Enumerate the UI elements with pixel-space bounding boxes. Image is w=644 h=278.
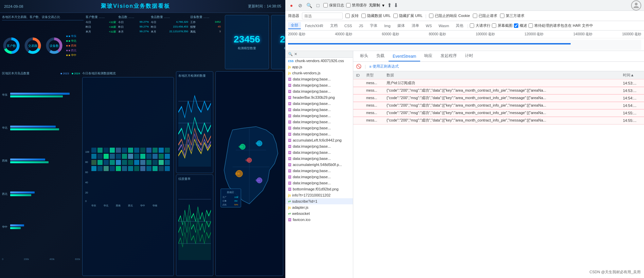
svg-rect-28 — [153, 148, 158, 153]
dashboard-content: 各地区本月交易额、客户数、设备交易占比 客户数 — [0, 13, 285, 278]
event-row[interactable]: mess... {"code":"200","msg":"成功","data":… — [353, 102, 644, 109]
svg-rect-30 — [165, 148, 170, 153]
svg-rect-33 — [104, 154, 109, 159]
third-party-checkbox[interactable] — [500, 14, 504, 18]
file-item[interactable]: csschunk-vendors.40071926.css — [285, 58, 353, 64]
file-item[interactable]: 🖼accumulateright.548d5b0f.p... — [285, 162, 353, 168]
event-row[interactable]: mess... {"code":"200","msg":"成功","data":… — [353, 117, 644, 124]
file-item[interactable]: 🖼data:image/png;base... — [285, 174, 353, 180]
tab-manifest[interactable]: 清单 — [409, 22, 422, 29]
screenshot-checkbox[interactable] — [492, 23, 496, 28]
china-map: 华北 华东 西南 华南 华中 西南区 工厂10家 订单350 占比50% — [215, 71, 283, 276]
file-item[interactable]: 🖼data:image/png;base... — [285, 82, 353, 88]
file-item[interactable]: 🖼data:image/png;base... — [285, 143, 353, 149]
heatmap-svg: // This will be rendered via CSS below 1… — [85, 79, 172, 274]
devtools-filter-icon[interactable]: □ — [315, 2, 321, 9]
file-item[interactable]: 🖼data:image/png;base... — [285, 76, 353, 82]
quality-chart: 综质量率 — [176, 174, 213, 276]
file-item[interactable]: jsadapter.js — [285, 204, 353, 210]
har-checkbox[interactable] — [529, 23, 533, 28]
svg-text:交易额: 交易额 — [28, 44, 37, 48]
event-row[interactable]: mess... {"code":"200","msg":"成功","data":… — [353, 94, 644, 102]
hide-ext-url-checkbox[interactable] — [393, 14, 398, 18]
file-item[interactable]: jsinfo?t=1723100011202 — [285, 192, 353, 198]
donut-customer-svg: 客户数 — [2, 36, 21, 55]
tab-all[interactable]: 全部 — [288, 22, 301, 29]
event-time: 14:55:... — [620, 109, 644, 117]
event-row[interactable]: mess... {"code":"200","msg":"成功","data":… — [353, 87, 644, 94]
sub-tab-response[interactable]: 响应 — [420, 51, 436, 61]
svg-rect-63 — [128, 166, 133, 171]
file-item[interactable]: 🖼data:image/png;base... — [285, 88, 353, 94]
event-data: {"code":"200","msg":"成功","data":[{"key":… — [384, 94, 620, 102]
event-panel: 标头 负载 EventStream 响应 发起程序 计时 🚫 | ≡ 使用正则表… — [353, 51, 644, 278]
filter-input[interactable] — [302, 13, 343, 19]
devtools-clear-btn[interactable]: ⊘ — [297, 2, 304, 9]
svg-text:华北: 华北 — [255, 142, 260, 145]
tab-ws[interactable]: WS — [423, 23, 435, 29]
event-clear-btn[interactable]: 🚫 — [356, 64, 361, 69]
donut-trade: 交易额 — [23, 36, 42, 55]
event-row[interactable]: mess... {"code":"200","msg":"成功","data":… — [353, 109, 644, 117]
tab-img[interactable]: Img — [381, 23, 393, 29]
dashboard-panel: 2024-09-08 聚玻Vision业务数据看板 更新时间：14:38:05 … — [0, 0, 285, 278]
event-id — [353, 109, 363, 117]
svg-rect-32 — [97, 154, 103, 159]
timeline-bar-area[interactable] — [288, 40, 641, 50]
tab-wasm[interactable]: Wasm — [436, 23, 452, 29]
disable-cache-checkbox[interactable] — [346, 3, 351, 7]
file-item[interactable]: 🖼data:image/png;base... — [285, 119, 353, 125]
tab-font[interactable]: 字体 — [367, 22, 380, 29]
file-item[interactable]: 🖼data:image/png;base... — [285, 180, 353, 186]
upload-icon[interactable]: ⬆ — [387, 2, 392, 8]
svg-text:西北: 西北 — [128, 204, 133, 207]
tab-css[interactable]: CSS — [342, 23, 355, 29]
hide-data-url-checkbox[interactable] — [361, 14, 366, 18]
timeline-progress — [288, 43, 571, 44]
sub-tab-initiator[interactable]: 发起程序 — [436, 51, 461, 61]
devtools-record-btn[interactable]: ● — [288, 2, 295, 9]
devtools-panel: ● ⊘ 🔍 □ 保留日志 禁用缓存 无限制 ▼ ⬆ ⬇ — [285, 0, 644, 278]
file-item[interactable]: 🖼data:image/png;base... — [285, 100, 353, 107]
file-item[interactable]: jschunk-vendors.js — [285, 70, 353, 76]
file-item[interactable]: 🖼data:image/png;base... — [285, 149, 353, 155]
sub-tab-eventstream[interactable]: EventStream — [389, 52, 420, 61]
sub-tab-payload[interactable]: 负载 — [372, 51, 389, 61]
file-item[interactable]: 🖼accumulateLeft.fc6c8442.png — [285, 137, 353, 143]
file-item[interactable]: jsapp.js — [285, 64, 353, 70]
event-filter-btn[interactable]: ≡ 使用正则表达式 — [369, 64, 398, 69]
svg-rect-24 — [128, 148, 133, 153]
big-num-card-2: 23456 样本累计数量 — [271, 15, 285, 69]
blocked-cookie-checkbox[interactable] — [429, 14, 433, 18]
file-item[interactable]: 🖼favicon.ico — [285, 217, 353, 223]
sub-tab-timing[interactable]: 计时 — [461, 51, 477, 61]
tab-doc[interactable]: 文档 — [327, 22, 340, 29]
file-item[interactable]: 🖼data:image/png;base... — [285, 125, 353, 131]
file-item[interactable]: 🖼data:image/png;base... — [285, 113, 353, 119]
svg-text:华南: 华南 — [255, 179, 260, 182]
file-item[interactable]: 🖼headerBar.9c330b29.png — [285, 94, 353, 100]
file-item[interactable]: 🖼bottomImage.f01d92bd.png — [285, 186, 353, 192]
download-icon[interactable]: ⬇ — [394, 2, 398, 8]
event-row[interactable]: mess... 用户id:1订阅成功 14:53:... — [353, 79, 644, 87]
file-item[interactable]: 🖼data:image/png;base... — [285, 107, 353, 113]
event-table[interactable]: ID 类型 数据 时间▲ mess... 用户id:1订阅成功 14:53:..… — [353, 71, 644, 278]
preserve-log-checkbox[interactable] — [323, 3, 328, 7]
large-rows-checkbox[interactable] — [470, 23, 474, 28]
file-item[interactable]: ⇄subscribe?id=1 — [285, 198, 353, 204]
tab-media[interactable]: 媒体 — [395, 22, 408, 29]
sub-tab-headers[interactable]: 标头 — [356, 51, 372, 61]
file-item[interactable]: 🖼data:image/png;base... — [285, 168, 353, 174]
tab-fetch[interactable]: Fetch/XHR — [302, 23, 326, 29]
devtools-search-btn[interactable]: 🔍 — [306, 2, 312, 9]
invert-checkbox[interactable] — [345, 14, 350, 18]
event-type: mess... — [363, 79, 384, 87]
blocked-req-checkbox[interactable] — [473, 14, 477, 18]
close-filter-icon[interactable]: ✕ — [294, 52, 297, 56]
tab-other[interactable]: 其他 — [453, 22, 466, 29]
tab-js[interactable]: JS — [356, 23, 366, 29]
file-item[interactable]: 🖼data:image/png;base... — [285, 131, 353, 137]
overview-checkbox[interactable] — [514, 23, 518, 28]
file-item[interactable]: 🖼data:image/png;base... — [285, 155, 353, 162]
file-item[interactable]: ⇄websocket — [285, 210, 353, 217]
